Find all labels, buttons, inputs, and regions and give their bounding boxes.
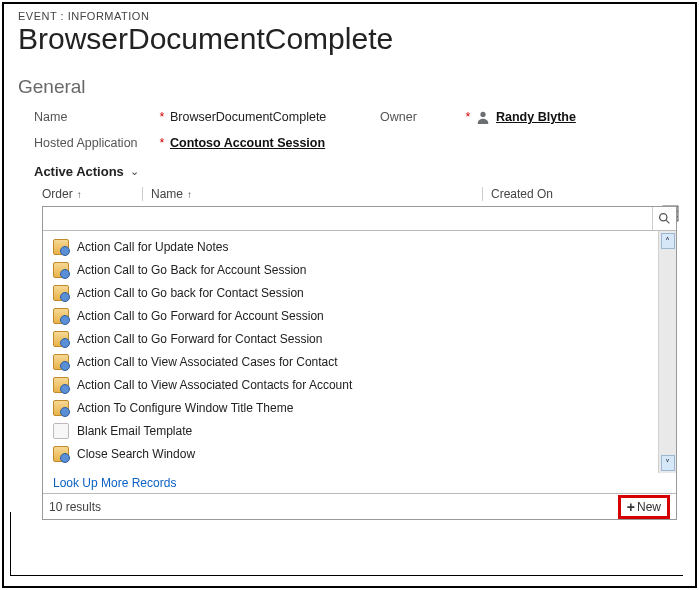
action-call-icon	[53, 331, 69, 347]
required-mark: *	[460, 110, 476, 124]
lookup-item-label: Action To Configure Window Title Theme	[77, 401, 293, 415]
lookup-item[interactable]: Action Call to Go Forward for Contact Se…	[43, 327, 658, 350]
new-button[interactable]: + New	[618, 495, 670, 519]
required-mark: *	[154, 136, 170, 150]
column-order[interactable]: Order ↑	[42, 187, 142, 201]
subgrid-title-text: Active Actions	[34, 164, 124, 179]
owner-value[interactable]: Randy Blythe	[496, 110, 576, 124]
svg-point-0	[480, 112, 485, 117]
action-call-icon	[53, 262, 69, 278]
lookup-item-label: Action Call to Go Forward for Contact Se…	[77, 332, 322, 346]
action-call-icon	[53, 400, 69, 416]
section-general: General	[4, 76, 695, 104]
chevron-down-icon: ⌄	[130, 165, 139, 178]
lookup-item[interactable]: Action Call to Go Back for Account Sessi…	[43, 258, 658, 281]
svg-point-5	[660, 214, 667, 221]
column-name[interactable]: Name ↑	[142, 187, 482, 201]
plus-icon: +	[627, 500, 635, 514]
lookup-item-label: Blank Email Template	[77, 424, 192, 438]
hosted-app-label: Hosted Application	[34, 136, 154, 150]
lookup-item-label: Action Call to View Associated Contacts …	[77, 378, 352, 392]
scroll-down-button[interactable]: ˅	[661, 455, 675, 471]
scrollbar[interactable]: ˄ ˅	[658, 231, 676, 473]
lookup-more-link[interactable]: Look Up More Records	[53, 476, 176, 490]
lookup-item-label: Action Call to Go Forward for Account Se…	[77, 309, 324, 323]
lookup-panel: Action Call for Update NotesAction Call …	[42, 206, 677, 520]
search-icon	[658, 212, 671, 225]
required-mark: *	[154, 110, 170, 124]
action-call-icon	[53, 446, 69, 462]
sort-asc-icon: ↑	[187, 189, 192, 200]
owner-label: Owner	[380, 110, 460, 124]
action-call-icon	[53, 285, 69, 301]
breadcrumb: EVENT : INFORMATION	[18, 10, 681, 22]
lookup-item-label: Action Call to Go back for Contact Sessi…	[77, 286, 304, 300]
sort-asc-icon: ↑	[77, 189, 82, 200]
lookup-item[interactable]: Action To Configure Window Title Theme	[43, 396, 658, 419]
column-order-label: Order	[42, 187, 73, 201]
action-call-icon	[53, 308, 69, 324]
scroll-up-button[interactable]: ˄	[661, 233, 675, 249]
name-value[interactable]: BrowserDocumentComplete	[170, 110, 380, 124]
search-button[interactable]	[652, 207, 676, 230]
svg-line-6	[666, 220, 669, 223]
action-call-icon	[53, 354, 69, 370]
lookup-item[interactable]: Blank Email Template	[43, 419, 658, 442]
action-call-icon	[53, 377, 69, 393]
lookup-item-label: Action Call for Update Notes	[77, 240, 228, 254]
lookup-item[interactable]: Action Call for Update Notes	[43, 235, 658, 258]
lookup-item-label: Close Search Window	[77, 447, 195, 461]
new-button-label: New	[637, 500, 661, 514]
name-label: Name	[34, 110, 154, 124]
lookup-item-label: Action Call to View Associated Cases for…	[77, 355, 338, 369]
action-call-icon	[53, 239, 69, 255]
lookup-item-label: Action Call to Go Back for Account Sessi…	[77, 263, 306, 277]
lookup-item[interactable]: Action Call to Go back for Contact Sessi…	[43, 281, 658, 304]
lookup-results: Action Call for Update NotesAction Call …	[43, 231, 658, 473]
lookup-item[interactable]: Action Call to View Associated Cases for…	[43, 350, 658, 373]
person-icon	[476, 110, 490, 124]
column-created-on[interactable]: Created On	[482, 187, 622, 201]
lookup-item[interactable]: Close Search Window	[43, 442, 658, 465]
lookup-search-input[interactable]	[43, 208, 652, 230]
lookup-item[interactable]: Action Call to View Associated Contacts …	[43, 373, 658, 396]
subgrid-title[interactable]: Active Actions ⌄	[4, 156, 695, 183]
lookup-item[interactable]: Action Call to Go Forward for Account Se…	[43, 304, 658, 327]
results-count: 10 results	[49, 500, 101, 514]
action-call-icon	[53, 423, 69, 439]
page-title: BrowserDocumentComplete	[18, 22, 681, 56]
column-created-label: Created On	[491, 187, 553, 201]
column-name-label: Name	[151, 187, 183, 201]
hosted-app-value[interactable]: Contoso Account Session	[170, 136, 380, 150]
